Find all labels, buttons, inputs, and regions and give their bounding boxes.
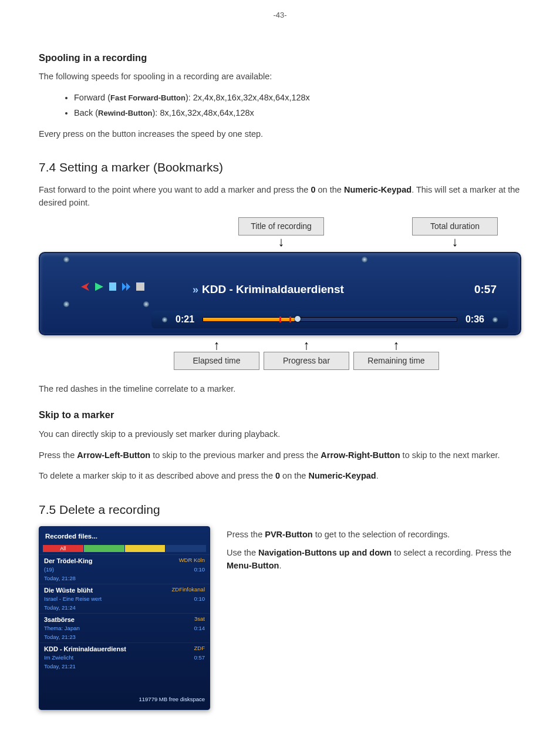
total-duration: 0:57 <box>474 281 497 298</box>
chevron-right-icon: » <box>193 284 198 295</box>
stop-icon[interactable] <box>136 282 144 291</box>
blue-tab[interactable] <box>166 545 206 552</box>
zero-key: 0 <box>275 471 280 480</box>
item-title: Die Wüste blüht <box>44 586 93 595</box>
skip-p2: Press the Arrow-Left-Button to skip to t… <box>39 449 521 462</box>
green-tab[interactable] <box>84 545 124 552</box>
screw-icon <box>143 301 149 307</box>
arrow-up-icon: ↑ <box>214 339 220 352</box>
recording-title: »KDD - Kriminaldauerdienst <box>193 281 344 298</box>
forward-speeds: ): 2x,4x,8x,16x,32x,48x,64x,128x <box>185 93 310 102</box>
heading-marker: 7.4 Setting a marker (Bookmarks) <box>39 158 521 177</box>
item-title: KDD - Kriminaldauerdienst <box>44 644 126 654</box>
item-duration: 0:14 <box>194 624 205 641</box>
callout-progress: Progress bar <box>264 352 349 370</box>
callout-elapsed: Elapsed time <box>174 352 259 370</box>
numeric-keypad-ref: Numeric-Keypad <box>344 185 411 194</box>
text: to skip to the next marker. <box>400 450 500 460</box>
marker-tick-icon <box>289 317 291 322</box>
spooling-outro: Every press on the button increases the … <box>39 128 521 141</box>
heading-spooling: Spooling in a recording <box>39 51 521 65</box>
screw-icon <box>492 317 498 322</box>
text: . <box>279 561 281 570</box>
text: to skip to the previous marker and press… <box>150 450 321 460</box>
rewind-button-ref: Rewind-Button <box>98 109 152 117</box>
delete-p2: Use the Navigation-Buttons up and down t… <box>227 547 521 573</box>
text: on the <box>280 471 308 480</box>
arrow-up-icon: ↑ <box>393 339 400 352</box>
progress-knob[interactable] <box>295 316 301 322</box>
color-tabs: All <box>43 545 206 552</box>
callout-remaining: Remaining time <box>353 352 439 370</box>
list-item[interactable]: Der Trödel-KingWDR Köln(19)Today, 21:280… <box>39 554 210 584</box>
screw-icon <box>162 317 167 322</box>
free-diskspace: 119779 MB free diskspace <box>39 672 210 705</box>
panel-header: Recorded files... <box>39 530 210 544</box>
text: to select a recording. Press the <box>392 548 511 557</box>
pause-icon[interactable] <box>109 282 116 291</box>
text: To delete a marker skip to it as describ… <box>39 471 275 480</box>
list-item: Back (Rewind-Button): 8x,16x,32x,48x,64x… <box>74 107 521 120</box>
text: Fast forward to the point where you want… <box>39 185 311 194</box>
back-label: Back ( <box>74 108 98 117</box>
text: Press the <box>39 450 77 460</box>
text: to get to the selection of recordings. <box>313 530 450 539</box>
marker-tick-icon <box>279 317 281 322</box>
transport-controls <box>81 282 144 291</box>
back-speeds: ): 8x,16x,32x,48x,64x,128x <box>153 108 254 117</box>
red-tab[interactable]: All <box>43 545 83 552</box>
page-number: -43- <box>39 9 521 21</box>
callout-title: Title of recording <box>238 217 324 235</box>
heading-delete: 7.5 Delete a recording <box>39 500 521 519</box>
fast-forward-icon[interactable] <box>122 282 130 291</box>
elapsed-time: 0:21 <box>176 312 194 327</box>
screw-icon <box>63 257 69 263</box>
list-item[interactable]: KDD - KriminaldauerdienstZDFIm Zwielicht… <box>39 642 210 672</box>
item-title: Der Trödel-King <box>44 556 93 566</box>
zero-key: 0 <box>311 185 315 194</box>
progress-area: 0:21 0:36 <box>151 311 508 328</box>
item-duration: 0:10 <box>194 595 205 612</box>
remaining-time: 0:36 <box>465 312 484 327</box>
numeric-keypad-ref: Numeric-Keypad <box>308 471 376 480</box>
title-text: KDD - Kriminaldauerdienst <box>202 283 344 295</box>
text: on the <box>316 185 344 194</box>
item-channel: ZDFinfokanal <box>172 586 205 595</box>
item-subtitle: Israel - Eine Reise wertToday, 21:24 <box>44 595 102 612</box>
rewind-icon[interactable] <box>81 282 89 291</box>
item-subtitle: (19)Today, 21:28 <box>44 566 76 583</box>
yellow-tab[interactable] <box>125 545 166 552</box>
screw-icon <box>362 257 367 263</box>
item-channel: 3sat <box>194 615 205 625</box>
recorded-files-panel: Recorded files... All Der Trödel-KingWDR… <box>39 526 210 711</box>
pvr-button-ref: PVR-Button <box>265 530 312 539</box>
arrow-left-button-ref: Arrow-Left-Button <box>77 450 150 460</box>
progress-bar[interactable] <box>203 317 457 322</box>
text: Use the <box>227 548 258 557</box>
callout-total: Total duration <box>412 217 498 235</box>
text: Press the <box>227 530 265 539</box>
list-item: Forward (Fast Forward-Button): 2x,4x,8x,… <box>74 92 521 105</box>
arrow-up-icon: ↑ <box>303 339 310 352</box>
skip-p1: You can directly skip to a previously se… <box>39 428 521 441</box>
fast-forward-button-ref: Fast Forward-Button <box>110 93 185 102</box>
arrow-down-icon: ↓ <box>452 235 458 248</box>
item-subtitle: Thema: JapanToday, 21:23 <box>44 624 80 641</box>
forward-label: Forward ( <box>74 93 110 102</box>
spooling-intro: The following speeds for spooling in a r… <box>39 70 521 83</box>
play-icon[interactable] <box>95 282 103 291</box>
skip-p3: To delete a marker skip to it as describ… <box>39 470 521 483</box>
menu-button-ref: Menu-Button <box>227 561 279 570</box>
player-osd: »KDD - Kriminaldauerdienst 0:57 0:21 0:3… <box>39 252 521 335</box>
list-item[interactable]: 3satbörse3satThema: JapanToday, 21:230:1… <box>39 613 210 642</box>
list-item[interactable]: Die Wüste blühtZDFinfokanalIsrael - Eine… <box>39 584 210 613</box>
heading-skip: Skip to a marker <box>39 408 521 422</box>
spooling-list: Forward (Fast Forward-Button): 2x,4x,8x,… <box>74 92 521 120</box>
item-channel: ZDF <box>194 644 205 654</box>
nav-buttons-ref: Navigation-Buttons up and down <box>258 548 392 557</box>
timeline-note: The red dashes in the timeline correlate… <box>39 383 521 396</box>
item-channel: WDR Köln <box>179 556 205 566</box>
delete-p1: Press the PVR-Button to get to the selec… <box>227 529 521 541</box>
text: . <box>376 471 379 480</box>
marker-p1: Fast forward to the point where you want… <box>39 184 521 210</box>
